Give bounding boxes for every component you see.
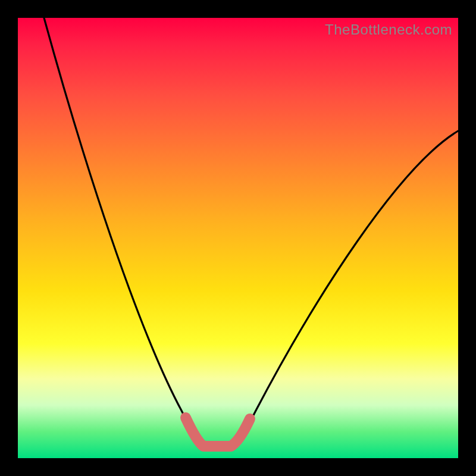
watermark-text: TheBottleneck.com bbox=[325, 21, 452, 38]
curve-highlight bbox=[186, 418, 250, 446]
plot-area: TheBottleneck.com bbox=[18, 18, 458, 458]
chart-frame: TheBottleneck.com bbox=[0, 0, 476, 476]
curve-path bbox=[44, 18, 458, 446]
bottleneck-curve bbox=[18, 18, 458, 458]
